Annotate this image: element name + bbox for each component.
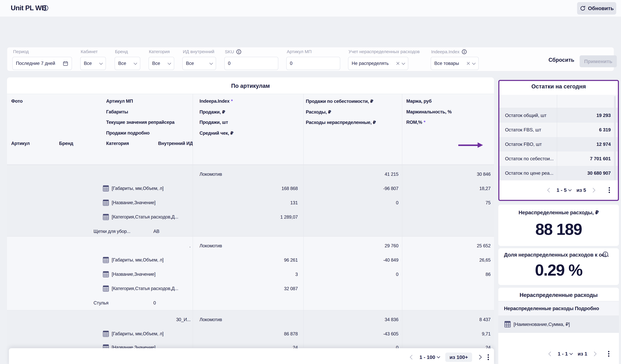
- col-sales-rub[interactable]: Продажи, ₽: [200, 109, 225, 115]
- unallocated-label: Учет нераспределенных расходов: [348, 49, 420, 54]
- sku-input[interactable]: 0: [224, 57, 278, 70]
- info-icon[interactable]: [462, 49, 467, 54]
- page-prev-icon[interactable]: [547, 188, 552, 192]
- page-next-icon[interactable]: [477, 355, 482, 359]
- cell-margin: 8 437: [479, 317, 491, 322]
- internal-id-select[interactable]: Все: [182, 57, 216, 70]
- col-artikul[interactable]: Артикул: [11, 141, 30, 146]
- indeepa-label: Indeepa.Index: [431, 49, 459, 54]
- cell-article-mp: 30_И...: [141, 317, 190, 322]
- refresh-button[interactable]: Обновить: [577, 2, 616, 15]
- stocks-row: Остаток по себестои... 7 701 601: [499, 151, 618, 166]
- column-divider: [193, 94, 193, 348]
- kebab-menu-icon[interactable]: [608, 186, 611, 194]
- name-value-table-link[interactable]: [Название,Значение]: [103, 271, 155, 278]
- cell-avg-check: 32 087: [284, 286, 298, 291]
- page-range[interactable]: 1 - 100: [419, 354, 440, 360]
- unallocated-table-header-row: Нераспределенные расходы Подробно: [498, 301, 619, 316]
- page-prev-icon[interactable]: [548, 351, 553, 356]
- kebab-menu-icon[interactable]: [607, 350, 610, 358]
- unallocated-select[interactable]: Не распределять: [348, 57, 408, 70]
- gabarity-table-link[interactable]: [Габариты, мм,Объем, л]: [103, 257, 163, 264]
- cell-sales-rub: 96 261: [284, 257, 298, 263]
- page-prev-icon[interactable]: [410, 355, 414, 359]
- col-rom[interactable]: ROM,%*: [406, 120, 425, 125]
- col-indeepa-index[interactable]: Indeepa.Index*: [200, 99, 233, 104]
- chevron-down-icon: [568, 188, 572, 191]
- col-article-mp[interactable]: Артикул МП: [106, 99, 133, 104]
- stocks-row: Остаток FBO, шт 12 974: [499, 137, 618, 151]
- stocks-row: Остаток общий, шт 19 293: [499, 108, 618, 123]
- stocks-column-divider: [557, 95, 557, 180]
- chevron-down-icon: [209, 61, 213, 65]
- col-marginality[interactable]: Маржинальность, %: [406, 109, 451, 115]
- refresh-label: Обновить: [588, 5, 614, 11]
- scrollbar[interactable]: [614, 96, 616, 180]
- col-repricer[interactable]: Текущие значения репрайсера: [106, 120, 174, 125]
- refresh-icon: [580, 5, 586, 12]
- unallocated-expenses-value: 88 189: [498, 220, 619, 239]
- col-cost-sales[interactable]: Продажи по себестоимости, ₽: [306, 99, 373, 104]
- unallocated-table-row[interactable]: [Наименование,Сумма, ₽]: [498, 316, 619, 333]
- page-range[interactable]: 1 - 1: [558, 351, 572, 357]
- col-category[interactable]: Категория: [106, 141, 129, 146]
- sku-label: SKU: [225, 49, 234, 54]
- category-expenses-table-link[interactable]: [Категория,Статья расходов,Д...: [103, 214, 178, 220]
- page-range[interactable]: 1 - 5: [556, 187, 571, 193]
- clear-icon[interactable]: [396, 62, 400, 65]
- cabinet-select[interactable]: Все: [80, 57, 106, 70]
- chevron-down-icon: [99, 61, 103, 65]
- sku-label-wrap: SKU: [225, 49, 242, 54]
- chevron-down-icon: [134, 61, 137, 65]
- category-expenses-table-link[interactable]: [Категория,Статья расходов,Д...: [103, 285, 178, 292]
- cell-cost-sales: 41 215: [385, 172, 398, 177]
- col-margin[interactable]: Маржа, руб: [406, 99, 431, 104]
- gabarity-table-link[interactable]: [Габариты, мм,Объем, л]: [103, 185, 163, 192]
- cabinet-value: Все: [84, 61, 92, 66]
- col-internal-id[interactable]: Внутренний ИД: [158, 141, 193, 146]
- chevron-down-icon: [437, 355, 440, 358]
- stock-label: Остаток по себестои...: [499, 156, 554, 162]
- clear-icon[interactable]: [466, 62, 470, 65]
- info-icon[interactable]: [602, 251, 608, 257]
- indeepa-select[interactable]: Все товары: [431, 57, 479, 70]
- cell-expenses: -96 807: [383, 186, 398, 191]
- col-sales-qty[interactable]: Продажи, шт: [200, 120, 228, 125]
- gabarity-table-link[interactable]: [Габариты, мм,Объем, л]: [103, 330, 163, 337]
- stock-label: Остаток FBO, шт: [499, 142, 542, 147]
- col-sales-detail[interactable]: Продажи подробно: [106, 130, 150, 136]
- table-row-group: Локомотив 41 215 30 846 [Габариты, мм,Об…: [7, 165, 494, 236]
- stocks-pagination: 1 - 5 из 5: [548, 187, 595, 193]
- col-photo[interactable]: Фото: [11, 99, 23, 104]
- period-input[interactable]: Последние 7 дней: [12, 57, 72, 70]
- unallocated-expenses-table-title: Нераспределенные расходы: [498, 292, 619, 298]
- unallocated-expenses-card-title: Нераспределенные расходы, ₽: [498, 210, 619, 215]
- internal-id-value: Все: [186, 61, 194, 66]
- info-icon[interactable]: [236, 49, 242, 54]
- stocks-title: Остатки на сегодня: [498, 83, 619, 90]
- kebab-menu-icon[interactable]: [487, 353, 490, 361]
- brand-select[interactable]: Все: [115, 57, 140, 70]
- article-mp-input[interactable]: 0: [286, 57, 340, 70]
- page-next-icon[interactable]: [591, 188, 595, 192]
- category-value: Все: [152, 61, 160, 66]
- table-icon: [103, 185, 109, 192]
- cell-marginality: 9,71: [482, 331, 491, 337]
- col-gabarity[interactable]: Габариты: [106, 109, 128, 115]
- col-avg-check[interactable]: Средний чек, ₽: [200, 130, 233, 136]
- col-expenses[interactable]: Расходы, ₽: [306, 109, 331, 115]
- name-value-table-link[interactable]: [Название,Значение]: [103, 199, 155, 206]
- stock-label: Остаток общий, шт: [499, 113, 546, 118]
- table-icon: [103, 214, 109, 220]
- col-unalloc-expenses[interactable]: Расходы нераспределенные, ₽: [306, 120, 376, 125]
- table-pagination-bar: 1 - 100 из 100+: [9, 348, 494, 364]
- cell-index: Локомотив: [200, 317, 222, 322]
- page-next-icon[interactable]: [592, 351, 597, 356]
- category-select[interactable]: Все: [149, 57, 174, 70]
- cell-internal-id: 0: [153, 300, 156, 306]
- col-brand[interactable]: Бренд: [59, 141, 73, 146]
- cell-cost-sales: 34 836: [385, 317, 398, 322]
- info-icon[interactable]: [42, 5, 49, 11]
- apply-button[interactable]: Применить: [580, 55, 617, 67]
- reset-button[interactable]: Сбросить: [549, 57, 574, 63]
